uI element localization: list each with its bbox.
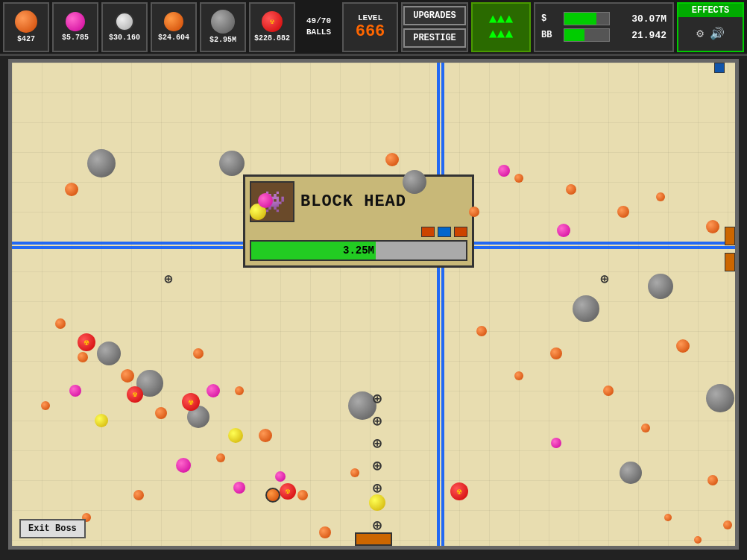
ball-orange-6 (155, 407, 167, 419)
ball-orange-26 (676, 339, 690, 353)
ball-orange-17 (566, 184, 576, 195)
ball-gray-icon (211, 10, 235, 34)
sound-icon[interactable]: 🔊 (710, 26, 725, 41)
ball-gray-10 (706, 384, 734, 412)
ball-orange-29 (694, 536, 702, 544)
boss-panel: 👾 BLOCK HEAD 3.25M (243, 174, 474, 268)
boss-controls (250, 227, 467, 237)
ball-orange-4 (121, 369, 134, 383)
ball-slot-5-price: $2.95M (209, 36, 236, 44)
ball-gray-7 (403, 170, 426, 194)
ball-gray-9 (648, 274, 673, 299)
ball-slot-4[interactable]: $24.604 (151, 2, 197, 52)
plus-marker-2: ⊕ (373, 412, 382, 430)
ball-nuclear-5: ☢ (450, 482, 468, 500)
upgrades-prestige-box: UPGRADES PRESTIGE (401, 2, 468, 52)
ball-pink-6 (233, 482, 245, 494)
ball-slot-3[interactable]: $30.160 (101, 2, 148, 52)
game-area[interactable]: 👾 BLOCK HEAD 3.25M (8, 59, 739, 550)
ball-slot-5[interactable]: $2.95M (200, 2, 246, 52)
ball-orange-5 (41, 401, 50, 410)
ball-yellow-5 (162, 548, 175, 550)
plus-marker-5: ⊕ (373, 479, 382, 497)
laser-vertical-1 (437, 63, 440, 546)
rank-box[interactable]: ▲▲▲ ▲▲▲ (471, 2, 531, 52)
boss-ctrl-btn-2[interactable] (438, 227, 451, 237)
effects-box: EFFECTS ⚙ 🔊 (677, 2, 744, 52)
ball-orange-23 (550, 347, 562, 359)
ball-nuclear-icon (262, 11, 283, 32)
boss-header: 👾 BLOCK HEAD (250, 181, 467, 222)
ball-slot-1-price: $427 (17, 35, 35, 43)
plus-marker-1: ⊕ (373, 389, 382, 408)
money-bb-bar-fill (564, 29, 584, 41)
ball-nuclear-2: ☢ (127, 386, 143, 403)
money-s-bar-fill (564, 13, 596, 25)
balls-label: BALLS (306, 27, 331, 38)
striped-ball-1 (265, 488, 280, 503)
balls-fraction: 49/70 (306, 16, 331, 27)
money-bb-bar (564, 28, 610, 42)
ball-orange-21 (476, 326, 487, 336)
ball-yellow-2 (95, 414, 108, 427)
ball-nuclear-4: ☢ (280, 483, 296, 500)
ball-orange-11 (297, 490, 308, 500)
ball-pink-2 (498, 165, 510, 177)
ball-nuclear-3: ☢ (182, 393, 200, 411)
ball-pink-5 (176, 458, 191, 473)
ball-slot-6[interactable]: $228.882 (249, 2, 295, 52)
ball-slot-6-price: $228.882 (254, 34, 290, 43)
laser-vertical-2 (441, 63, 444, 546)
ball-orange-7 (193, 348, 204, 359)
side-marker-right-dot (714, 63, 725, 73)
ball-orange-9 (259, 429, 272, 442)
effects-title: EFFECTS (678, 4, 743, 17)
ball-orange-22 (514, 371, 523, 380)
ball-gray-2 (219, 151, 245, 176)
ball-orange-30 (664, 514, 672, 521)
ball-slot-4-price: $24.604 (158, 34, 189, 42)
side-marker-right-top (725, 227, 735, 245)
ball-orange-16 (514, 174, 523, 183)
level-box: LEVEL 666 (342, 2, 398, 52)
ball-orange-14 (385, 153, 399, 166)
gear-icon[interactable]: ⚙ (696, 26, 704, 41)
hud: $427 $5.785 $30.160 $24.604 $2.95M $228.… (0, 0, 747, 56)
ball-orange-27 (707, 475, 718, 485)
prestige-button[interactable]: PRESTIGE (403, 28, 466, 48)
money-bb-label: BB (541, 30, 559, 40)
boss-ctrl-btn-3[interactable] (454, 227, 467, 237)
ball-slot-3-price: $30.160 (109, 34, 140, 42)
money-row-s: $ 30.07M (541, 12, 666, 25)
ball-slot-2[interactable]: $5.785 (52, 2, 98, 52)
plus-marker-3: ⊕ (373, 434, 382, 453)
boss-ctrl-btn-1[interactable] (421, 227, 435, 237)
ball-pink-7 (275, 471, 286, 482)
exit-boss-button[interactable]: Exit Boss (19, 519, 86, 538)
money-s-label: $ (541, 13, 559, 24)
plus-marker-tr: ⊕ (601, 271, 609, 287)
boss-name: BLOCK HEAD (300, 192, 406, 211)
ball-plus-icon (115, 12, 134, 31)
rank-chevrons-top: ▲▲▲ (489, 13, 513, 26)
upgrades-button[interactable]: UPGRADES (403, 6, 466, 25)
ball-orange-18 (617, 206, 629, 218)
ball-orange-19 (656, 192, 665, 201)
ball-gray-1 (87, 149, 116, 177)
ball-orange-1 (65, 183, 78, 196)
ball-orange-20 (706, 220, 719, 233)
side-marker-right-bottom (725, 253, 735, 271)
ball-slot-1[interactable]: $427 (3, 2, 49, 52)
ball-orange-8 (235, 386, 244, 395)
ball-orange-25 (641, 424, 650, 432)
ball-orange-10 (216, 453, 225, 462)
ball-gray-3 (97, 342, 121, 365)
ball-pink-1 (258, 193, 273, 208)
money-row-bb: BB 21.942 (541, 28, 666, 42)
plus-marker-tl: ⊕ (165, 271, 173, 287)
money-bb-value: 21.942 (614, 30, 666, 41)
ball-yellow-icon (15, 10, 37, 33)
launcher-bar (355, 532, 392, 546)
ball-orange-13 (350, 468, 359, 477)
ball-nuclear-1: ☢ (78, 333, 95, 351)
